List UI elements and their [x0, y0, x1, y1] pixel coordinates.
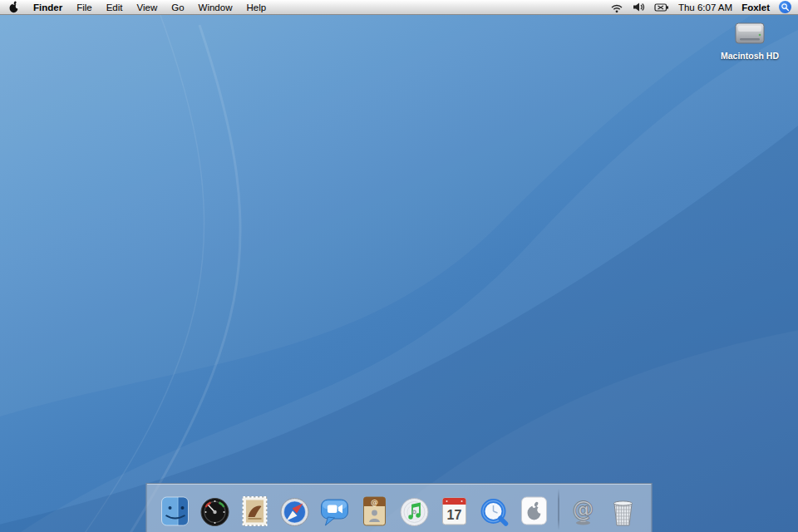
- dock-mac-os-apple-icon[interactable]: [515, 487, 554, 530]
- dock-ichat-icon[interactable]: [315, 487, 355, 530]
- dock-at-sign-icon[interactable]: @: [564, 487, 603, 530]
- menu-file[interactable]: File: [76, 2, 92, 12]
- dock-trash-icon[interactable]: [603, 487, 643, 530]
- dock-safari-icon[interactable]: [275, 487, 315, 530]
- apple-menu-icon[interactable]: [8, 1, 19, 13]
- menu-bar: Finder File Edit View Go Window Help: [0, 0, 798, 15]
- dock-ical-icon[interactable]: 17: [435, 487, 475, 530]
- menu-go[interactable]: Go: [171, 2, 184, 12]
- spotlight-icon[interactable]: [779, 1, 791, 13]
- dock-quicktime-icon[interactable]: [475, 487, 515, 530]
- menu-window[interactable]: Window: [199, 2, 233, 12]
- user-switch-menu[interactable]: Foxlet: [741, 2, 770, 12]
- macintosh-hd-icon[interactable]: Macintosh HD: [712, 20, 788, 61]
- desktop: Finder File Edit View Go Window Help: [0, 0, 798, 532]
- address-book-at-glyph: @: [371, 498, 378, 506]
- menu-finder[interactable]: Finder: [33, 2, 62, 12]
- wifi-icon[interactable]: [610, 2, 623, 13]
- dock-mail-stamp-icon[interactable]: [235, 487, 275, 530]
- menu-edit[interactable]: Edit: [106, 2, 123, 12]
- menu-help[interactable]: Help: [246, 2, 266, 12]
- dock: @ 17: [146, 483, 653, 532]
- hard-disk-icon: [732, 20, 767, 47]
- at-sign-glyph: @: [573, 496, 594, 521]
- dock-divider: [559, 489, 559, 530]
- battery-icon[interactable]: [654, 2, 669, 12]
- dock-dashboard-icon[interactable]: [195, 487, 235, 530]
- menu-clock[interactable]: Thu 6:07 AM: [678, 2, 732, 12]
- ical-day-number: 17: [447, 508, 462, 522]
- dock-finder-icon[interactable]: [155, 487, 195, 530]
- wallpaper-art: [0, 0, 798, 532]
- volume-icon[interactable]: [633, 2, 645, 12]
- dock-itunes-icon[interactable]: [395, 487, 435, 530]
- dock-address-book-icon[interactable]: @: [355, 487, 395, 530]
- macintosh-hd-label: Macintosh HD: [712, 51, 788, 61]
- menu-view[interactable]: View: [137, 2, 158, 12]
